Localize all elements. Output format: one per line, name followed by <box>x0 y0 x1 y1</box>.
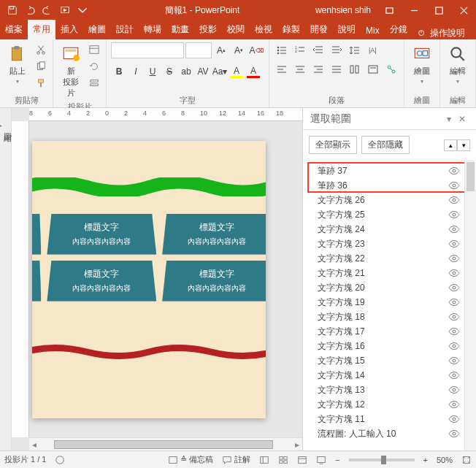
save-button[interactable] <box>4 2 20 18</box>
reset-button[interactable] <box>87 59 101 74</box>
selection-item[interactable]: 文字方塊 11 <box>303 412 464 426</box>
cut-button[interactable] <box>34 42 48 57</box>
scrollbar-thumb[interactable] <box>54 440 273 449</box>
visibility-toggle-icon[interactable] <box>448 326 460 337</box>
tell-me-search[interactable]: 操作說明 <box>412 27 469 39</box>
font-color-button[interactable]: A <box>245 64 261 80</box>
card-4[interactable]: 標題文字內容內容內容內容 <box>162 261 266 302</box>
character-spacing-button[interactable]: AV <box>195 64 211 80</box>
redo-button[interactable] <box>39 2 55 18</box>
minimize-button[interactable] <box>402 0 426 20</box>
maximize-button[interactable] <box>426 0 451 20</box>
horizontal-ruler[interactable]: 8642024681012141618 <box>29 108 302 121</box>
start-from-beginning-button[interactable] <box>57 2 73 18</box>
font-size-combo[interactable] <box>185 42 212 58</box>
tab-help[interactable]: 說明 <box>333 20 361 39</box>
reading-view-button[interactable] <box>297 455 307 465</box>
tab-view[interactable]: 檢視 <box>250 20 277 39</box>
visibility-toggle-icon[interactable] <box>448 180 460 191</box>
scrollbar-thumb[interactable] <box>467 162 475 191</box>
visibility-toggle-icon[interactable] <box>448 195 460 205</box>
visibility-toggle-icon[interactable] <box>448 224 460 234</box>
text-direction-button[interactable]: |A| <box>365 42 381 58</box>
zoom-slider[interactable] <box>349 459 415 461</box>
slide-counter[interactable]: 投影片 1 / 1 <box>4 454 46 465</box>
decrease-indent-button[interactable] <box>310 42 326 58</box>
visibility-toggle-icon[interactable] <box>448 414 460 424</box>
align-center-button[interactable] <box>292 61 308 77</box>
bring-forward-button[interactable]: ▴ <box>444 139 457 151</box>
zoom-level[interactable]: 50% <box>437 456 453 464</box>
language-button[interactable] <box>55 455 65 465</box>
tab-storyboard[interactable]: 分鏡 <box>385 20 412 39</box>
close-pane-button[interactable]: ✕ <box>456 112 469 126</box>
slideshow-view-button[interactable] <box>316 455 326 465</box>
visibility-toggle-icon[interactable] <box>448 312 460 322</box>
italic-button[interactable]: I <box>128 64 144 80</box>
selection-item[interactable]: 文字方塊 14 <box>303 368 464 383</box>
numbering-button[interactable]: 12 <box>292 42 308 58</box>
visibility-toggle-icon[interactable] <box>448 356 460 366</box>
paste-button[interactable]: 貼上 ▾ <box>4 42 31 86</box>
selection-item[interactable]: 文字方塊 25 <box>303 207 464 222</box>
selection-item[interactable]: 文字方塊 21 <box>303 266 464 280</box>
strikethrough-button[interactable]: S <box>161 64 177 80</box>
selection-item[interactable]: 文字方塊 13 <box>303 383 464 397</box>
layout-button[interactable] <box>87 42 101 57</box>
undo-button[interactable] <box>22 2 38 18</box>
task-pane-options-button[interactable]: ▾ <box>442 112 456 126</box>
tab-review[interactable]: 校閱 <box>222 20 250 39</box>
visibility-toggle-icon[interactable] <box>448 399 460 410</box>
card-partial-left-1[interactable]: 內容 <box>32 214 41 255</box>
visibility-toggle-icon[interactable] <box>448 370 460 380</box>
justify-button[interactable] <box>329 61 345 77</box>
notes-button[interactable]: ≙ 備忘稿 <box>168 454 213 465</box>
change-case-button[interactable]: Aa▾ <box>212 64 228 80</box>
selection-item[interactable]: 文字方塊 20 <box>303 280 464 295</box>
vertical-ruler[interactable] <box>12 121 29 437</box>
visibility-toggle-icon[interactable] <box>448 429 460 439</box>
slide-sorter-view-button[interactable] <box>278 455 288 465</box>
selection-item[interactable]: 文字方塊 16 <box>303 339 464 353</box>
drawing-button[interactable]: 繪圖 ▾ <box>409 42 435 86</box>
align-right-button[interactable] <box>310 61 326 77</box>
tab-recording[interactable]: 錄製 <box>277 20 305 39</box>
underline-button[interactable]: U <box>145 64 161 80</box>
section-button[interactable] <box>87 76 101 91</box>
close-button[interactable] <box>451 0 476 20</box>
user-name[interactable]: wenhsien shih <box>310 5 377 15</box>
selection-item[interactable]: 筆跡 37 <box>303 164 464 178</box>
selection-item[interactable]: 文字方塊 17 <box>303 324 464 339</box>
comments-button[interactable]: 註解 <box>222 454 250 465</box>
card-1[interactable]: 標題文字內容內容內容內容 <box>47 214 156 255</box>
qat-dropdown[interactable] <box>74 2 91 18</box>
zoom-out-button[interactable]: − <box>335 456 339 464</box>
selection-item[interactable]: 文字方塊 18 <box>303 310 464 324</box>
tab-transitions[interactable]: 轉場 <box>139 20 166 39</box>
tab-slideshow[interactable]: 投影 <box>194 20 222 39</box>
visibility-toggle-icon[interactable] <box>448 385 460 395</box>
tab-developer[interactable]: 開發 <box>305 20 333 39</box>
visibility-toggle-icon[interactable] <box>448 253 460 264</box>
format-painter-button[interactable] <box>34 76 48 91</box>
text-shadow-button[interactable]: ab <box>178 64 194 80</box>
increase-indent-button[interactable] <box>329 42 345 58</box>
card-2[interactable]: 標題文字內容內容內容內容 <box>162 214 266 255</box>
selection-item[interactable]: 流程圖: 人工輸入 10 <box>303 426 464 441</box>
tab-home[interactable]: 常用 <box>28 20 55 39</box>
scroll-left-icon[interactable]: ◂ <box>29 440 39 450</box>
selection-item[interactable]: 文字方塊 24 <box>303 222 464 237</box>
tab-insert[interactable]: 插入 <box>55 20 83 39</box>
visibility-toggle-icon[interactable] <box>448 210 460 220</box>
selection-item[interactable]: 文字方塊 23 <box>303 237 464 251</box>
selection-item[interactable]: 筆跡 36 <box>303 178 464 193</box>
show-all-button[interactable]: 全部顯示 <box>309 136 357 154</box>
align-left-button[interactable] <box>274 61 290 77</box>
bullets-button[interactable] <box>274 42 290 58</box>
visibility-toggle-icon[interactable] <box>448 166 460 176</box>
visibility-toggle-icon[interactable] <box>448 283 460 293</box>
tab-design[interactable]: 設計 <box>111 20 139 39</box>
card-partial-left-2[interactable]: 內容 <box>32 261 41 302</box>
copy-button[interactable] <box>34 59 48 74</box>
tab-file[interactable]: 檔案 <box>0 20 28 39</box>
